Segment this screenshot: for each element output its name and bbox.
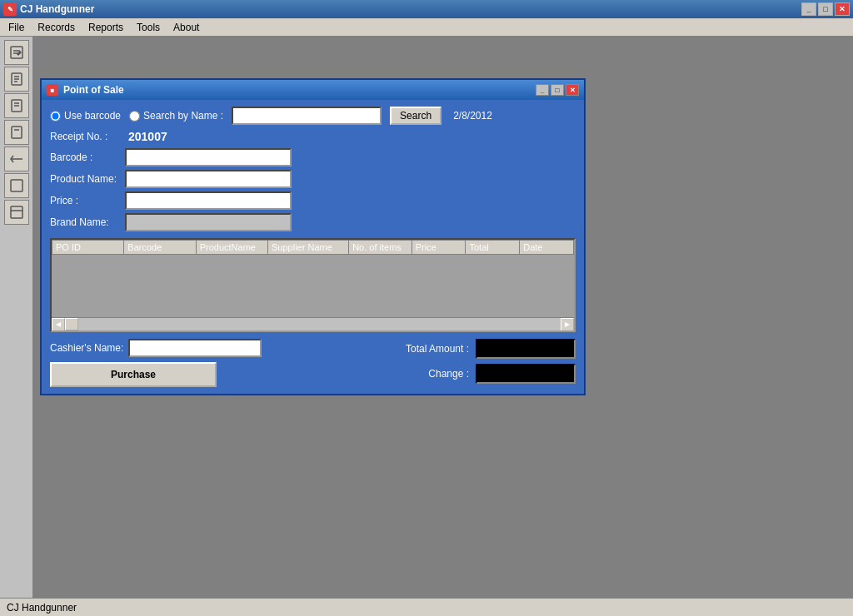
pos-icon: ■: [47, 84, 58, 96]
col-barcode: Barcode: [124, 241, 196, 255]
col-total: Total: [466, 241, 520, 255]
menubar: File Records Reports Tools About: [0, 18, 853, 37]
change-display: [476, 364, 576, 384]
table-body: [52, 255, 574, 317]
scroll-right-button[interactable]: ▶: [561, 318, 574, 331]
scroll-track[interactable]: [78, 318, 561, 330]
pos-window-controls: _ □ ✕: [536, 84, 579, 96]
statusbar-text: CJ Handgunner: [7, 602, 77, 614]
product-name-input[interactable]: [125, 170, 292, 188]
data-table-container: PO ID Barcode ProductName Supplier Name …: [50, 238, 576, 332]
left-bottom: Cashier's Name: Purchase: [50, 339, 397, 387]
barcode-input[interactable]: [125, 148, 292, 166]
col-po-id: PO ID: [52, 241, 124, 255]
total-amount-display: [476, 339, 576, 359]
sidebar: [0, 37, 33, 598]
main-area: ■ Point of Sale _ □ ✕ Use barcode Search…: [0, 37, 853, 598]
sidebar-item-page1[interactable]: [4, 67, 29, 92]
horizontal-scrollbar[interactable]: ◀ ▶: [52, 317, 574, 330]
purchase-button[interactable]: Purchase: [50, 362, 217, 387]
window-controls: _ □ ✕: [801, 2, 850, 16]
receipt-number: 201007: [128, 130, 167, 143]
col-supplier-name: Supplier Name: [268, 241, 349, 255]
menu-tools[interactable]: Tools: [130, 20, 167, 35]
col-date: Date: [520, 241, 574, 255]
total-amount-label: Total Amount :: [406, 343, 469, 355]
brand-row: Brand Name:: [50, 213, 576, 231]
cashier-row: Cashier's Name:: [50, 339, 397, 357]
scroll-left-button[interactable]: ◀: [52, 318, 65, 331]
barcode-label: Barcode :: [50, 152, 125, 163]
barcode-row: Barcode :: [50, 148, 576, 166]
scroll-thumb[interactable]: [65, 318, 78, 330]
app-title: CJ Handgunner: [20, 3, 801, 15]
minimize-button[interactable]: _: [801, 2, 816, 16]
sidebar-item-nav[interactable]: [4, 147, 29, 171]
search-options-row: Use barcode Search by Name : Search 2/8/…: [50, 107, 576, 125]
app-icon: ✎: [3, 2, 17, 16]
sidebar-item-box2[interactable]: [4, 200, 29, 225]
pos-content: Use barcode Search by Name : Search 2/8/…: [42, 100, 584, 394]
price-label: Price :: [50, 195, 125, 206]
svg-rect-14: [11, 206, 22, 218]
sidebar-item-page2[interactable]: [4, 93, 29, 118]
search-button[interactable]: Search: [390, 107, 441, 125]
col-price: Price: [412, 241, 466, 255]
col-product-name: ProductName: [196, 241, 267, 255]
svg-rect-10: [12, 127, 22, 138]
pos-title: Point of Sale: [63, 84, 536, 96]
close-button[interactable]: ✕: [835, 2, 850, 16]
col-no-items: No. of items: [349, 241, 412, 255]
change-label: Change :: [428, 368, 469, 380]
price-row: Price :: [50, 191, 576, 210]
brand-label: Brand Name:: [50, 216, 125, 228]
use-barcode-label: Use barcode: [64, 110, 121, 122]
receipt-row: Receipt No. : 201007: [50, 130, 576, 143]
sidebar-item-page3[interactable]: [4, 120, 29, 145]
cashier-label: Cashier's Name:: [50, 342, 123, 354]
right-bottom: Total Amount : Change :: [406, 339, 576, 384]
brand-input[interactable]: [125, 213, 292, 231]
cashier-input[interactable]: [128, 339, 262, 357]
sidebar-item-box1[interactable]: [4, 173, 29, 198]
purchase-table: PO ID Barcode ProductName Supplier Name …: [52, 240, 574, 255]
use-barcode-option[interactable]: Use barcode: [50, 110, 121, 122]
pos-close-button[interactable]: ✕: [566, 84, 579, 96]
statusbar: CJ Handgunner: [0, 598, 853, 616]
pos-titlebar: ■ Point of Sale _ □ ✕: [42, 80, 584, 100]
sidebar-item-edit[interactable]: [4, 40, 29, 65]
menu-reports[interactable]: Reports: [82, 20, 130, 35]
price-input[interactable]: [125, 191, 292, 210]
menu-records[interactable]: Records: [31, 20, 82, 35]
bottom-section: Cashier's Name: Purchase Total Amount : …: [50, 339, 576, 387]
outer-titlebar: ✎ CJ Handgunner _ □ ✕: [0, 0, 853, 18]
product-name-row: Product Name:: [50, 170, 576, 188]
search-name-input[interactable]: [232, 107, 382, 125]
menu-about[interactable]: About: [167, 20, 206, 35]
pos-window: ■ Point of Sale _ □ ✕ Use barcode Search…: [40, 78, 586, 395]
pos-minimize-button[interactable]: _: [536, 84, 549, 96]
maximize-button[interactable]: □: [818, 2, 833, 16]
search-by-name-label: Search by Name :: [143, 110, 223, 122]
receipt-label: Receipt No. :: [50, 131, 125, 142]
search-by-name-option[interactable]: Search by Name :: [129, 110, 223, 122]
product-name-label: Product Name:: [50, 173, 125, 185]
use-barcode-radio[interactable]: [50, 111, 61, 122]
search-by-name-radio[interactable]: [129, 111, 140, 122]
pos-maximize-button[interactable]: □: [551, 84, 564, 96]
change-row: Change :: [406, 364, 576, 384]
date-display: 2/8/2012: [453, 110, 492, 122]
total-amount-row: Total Amount :: [406, 339, 576, 359]
menu-file[interactable]: File: [2, 20, 31, 35]
svg-rect-13: [11, 180, 22, 191]
